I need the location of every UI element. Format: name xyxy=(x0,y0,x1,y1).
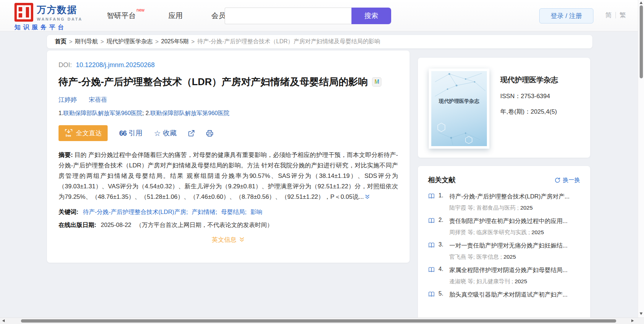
related-item-number: 4. xyxy=(438,266,446,272)
related-item-title[interactable]: 家属全程陪伴护理对阴道分娩产妇母婴结局... xyxy=(449,266,580,274)
journal-info-card: 现代护理医学杂志 现代护理医学杂志 ISSN：2753-6394 年,卷(期)：… xyxy=(418,58,590,158)
star-icon: ☆ xyxy=(154,130,161,137)
breadcrumb-issue[interactable]: 2025年5期 xyxy=(161,38,189,45)
breadcrumb-journal-nav[interactable]: 期刊导航 xyxy=(75,38,98,45)
affiliation-link[interactable]: 联勤保障部队解放军第960医院 xyxy=(63,110,142,116)
affiliation-separator: ; xyxy=(142,110,146,116)
english-info-row: 英文信息 xyxy=(59,236,398,244)
related-section-title: 相关文献 xyxy=(428,175,455,185)
m-badge-icon[interactable]: M xyxy=(372,77,381,87)
vertical-scrollbar-thumb[interactable] xyxy=(640,5,643,78)
scroll-left-arrow[interactable] xyxy=(2,319,5,322)
logo[interactable]: 万方数据 WANFANG DATA 知识服务平台 xyxy=(14,3,83,31)
lang-simplified[interactable]: 简 xyxy=(605,11,612,19)
horizontal-scrollbar-thumb[interactable] xyxy=(21,319,616,323)
expand-abstract-icon[interactable] xyxy=(364,193,370,203)
chevron-double-down-icon xyxy=(239,237,245,243)
related-item-title[interactable]: 待产-分娩-产后护理整合技术(LDR)产房对产... xyxy=(449,192,580,201)
print-icon[interactable] xyxy=(206,130,213,137)
online-date-note: （万方平台首次上网日期，不代表论文的发表时间） xyxy=(136,222,273,228)
affiliation-list: 1.联勤保障部队解放军第960医院; 2.联勤保障部队解放军第960医院 xyxy=(59,110,398,117)
related-articles-card: 相关文献 换一换 1. 待产-分娩-产后护理整合技术(LDR)产房对产... xyxy=(418,166,590,324)
related-item-meta: 周择贤 等; 临床医学研究与实践 ; 2025 xyxy=(449,228,580,236)
share-icon[interactable] xyxy=(187,130,195,137)
related-article-item: 2. 责任制陪产护理在初产妇分娩过程中的应用... 周择贤 等; 临床医学研究与… xyxy=(428,216,580,236)
breadcrumb-separator: > xyxy=(100,39,104,45)
action-toolbar: free 全文直达 66 引用 ☆ 收藏 xyxy=(59,125,398,141)
page: 万方数据 WANFANG DATA 知识服务平台 智研平台new 应用 会员 搜… xyxy=(0,0,644,324)
doi-link[interactable]: 10.12208/j.jmnm.20250268 xyxy=(76,61,155,69)
article-title: 待产-分娩-产后护理整合技术（LDR）产房对产妇情绪及母婴结局的影响 M xyxy=(59,75,398,88)
book-icon xyxy=(428,193,435,201)
author-link[interactable]: 江婷婷 xyxy=(59,96,77,103)
keyword-link[interactable]: 母婴结局; xyxy=(221,209,247,215)
doi-row: DOI: 10.12208/j.jmnm.20250268 xyxy=(59,61,398,69)
journal-volume: 年,卷(期)：2025,4(5) xyxy=(500,108,579,116)
affiliation-link[interactable]: 联勤保障部队解放军第960医院 xyxy=(150,110,229,116)
book-icon xyxy=(428,291,435,299)
related-item-meta: 陆宇霞 等; 首都食品与医药 ; 2025 xyxy=(449,204,580,212)
related-item-meta: 官飞燕 等; 医学信息 ; 2025 xyxy=(449,253,580,261)
brand-tagline: 知识服务平台 xyxy=(14,23,83,31)
abstract: 摘要:目的 产妇分娩过程中会伴随着巨大的痛苦，对母婴的健康具有重要影响，必须给予… xyxy=(59,150,398,203)
doi-label: DOI: xyxy=(59,61,72,69)
journal-cover[interactable]: 现代护理医学杂志 xyxy=(429,69,489,149)
keywords-label: 关键词: xyxy=(59,209,78,215)
related-item-title[interactable]: 一对一责任助产护理对无痛分娩产妇妊娠结... xyxy=(449,241,580,250)
online-date-label: 在线出版日期: xyxy=(59,222,96,228)
cover-network-decoration xyxy=(431,71,487,146)
svg-text:free: free xyxy=(66,134,72,137)
related-article-item: 4. 家属全程陪伴护理对阴道分娩产妇母婴结局... 逄淑晓 等; 妇儿健康导刊 … xyxy=(428,266,580,285)
horizontal-scrollbar[interactable] xyxy=(0,318,644,324)
journal-name[interactable]: 现代护理医学杂志 xyxy=(500,75,579,85)
scroll-down-arrow[interactable] xyxy=(640,312,643,315)
breadcrumb-separator: > xyxy=(155,39,159,45)
related-item-meta: 逄淑晓 等; 妇儿健康导刊 ; 2025 xyxy=(449,277,580,285)
abstract-label: 摘要: xyxy=(59,152,73,158)
related-item-number: 2. xyxy=(438,217,446,223)
related-article-item: 3. 一对一责任助产护理对无痛分娩产妇妊娠结... 官飞燕 等; 医学信息 ; … xyxy=(428,241,580,261)
download-free-icon: free xyxy=(64,129,73,137)
language-toggle: 简 繁 xyxy=(605,11,626,19)
search-button[interactable]: 搜索 xyxy=(351,8,391,24)
scroll-right-arrow[interactable] xyxy=(631,319,634,322)
keyword-link[interactable]: 产妇情绪; xyxy=(192,209,217,215)
fulltext-button[interactable]: free 全文直达 xyxy=(59,125,108,141)
breadcrumb: 首页 > 期刊导航 > 现代护理医学杂志 > 2025年5期 > 待产-分娩-产… xyxy=(47,35,592,48)
author-link[interactable]: 宋蓓蓓 xyxy=(89,96,107,103)
related-article-item: 1. 待产-分娩-产后护理整合技术(LDR)产房对产... 陆宇霞 等; 首都食… xyxy=(428,192,580,212)
author-list: 江婷婷 宋蓓蓓 xyxy=(59,96,398,104)
book-icon xyxy=(428,242,435,250)
cite-button[interactable]: 66 引用 xyxy=(119,128,142,138)
refresh-related-button[interactable]: 换一换 xyxy=(554,176,580,184)
affiliation-number: 2. xyxy=(146,110,150,116)
journal-issn: ISSN：2753-6394 xyxy=(500,92,579,100)
brand-name: 万方数据 xyxy=(37,4,83,16)
favorite-button[interactable]: ☆ 收藏 xyxy=(154,128,177,138)
breadcrumb-home[interactable]: 首页 xyxy=(55,38,66,45)
keyword-link[interactable]: 待产-分娩-产后护理整合技术(LDR)产房; xyxy=(83,209,188,215)
search-input[interactable] xyxy=(225,8,351,24)
breadcrumb-journal[interactable]: 现代护理医学杂志 xyxy=(107,38,153,45)
article-detail-card: DOI: 10.12208/j.jmnm.20250268 待产-分娩-产后护理… xyxy=(47,51,410,263)
english-info-toggle[interactable]: 英文信息 xyxy=(212,236,245,244)
refresh-icon xyxy=(554,177,561,183)
login-register-button[interactable]: 登录 / 注册 xyxy=(539,8,593,23)
brand-name-en: WANFANG DATA xyxy=(37,17,83,21)
nav-item-zhiyan[interactable]: 智研平台new xyxy=(107,11,144,21)
related-item-number: 1. xyxy=(438,192,446,199)
keyword-link[interactable]: 影响 xyxy=(250,209,262,215)
online-date-row: 在线出版日期: 2025-08-22 （万方平台首次上网日期，不代表论文的发表时… xyxy=(59,221,398,229)
related-item-title[interactable]: 责任制陪产护理在初产妇分娩过程中的应用... xyxy=(449,216,580,225)
online-date-value: 2025-08-22 xyxy=(101,222,131,228)
breadcrumb-separator: > xyxy=(191,39,195,45)
lang-traditional[interactable]: 繁 xyxy=(619,11,626,19)
related-item-number: 3. xyxy=(438,241,446,248)
affiliation-number: 1. xyxy=(59,110,63,116)
vertical-scrollbar[interactable] xyxy=(638,0,644,318)
breadcrumb-current: 待产-分娩-产后护理整合技术（LDR）产房对产妇情绪及母婴结局的影响 xyxy=(197,38,380,45)
related-item-title[interactable]: 胎头真空吸引器助产术对阴道试产初产妇产... xyxy=(449,290,580,299)
nav-item-apps[interactable]: 应用 xyxy=(168,11,183,21)
nav-item-member[interactable]: 会员 xyxy=(211,11,226,21)
scroll-up-arrow[interactable] xyxy=(640,1,643,4)
